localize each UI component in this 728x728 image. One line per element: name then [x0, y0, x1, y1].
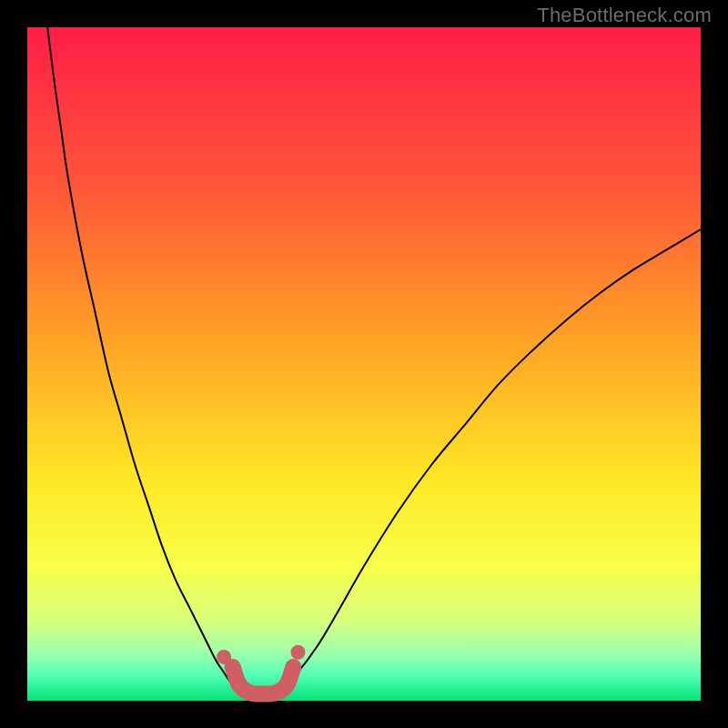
chart-frame: TheBottleneck.com — [0, 0, 728, 728]
marker-left-dot — [217, 650, 231, 664]
plot-background — [27, 27, 701, 701]
marker-right-dot — [290, 645, 305, 660]
bottleneck-chart — [0, 0, 728, 728]
watermark-text: TheBottleneck.com — [537, 4, 712, 27]
